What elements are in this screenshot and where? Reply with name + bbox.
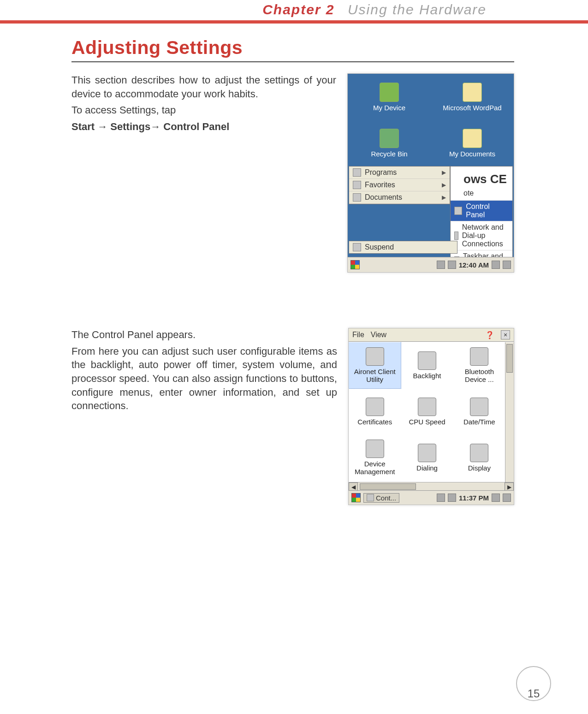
desktop-icon-my-device[interactable]: My Device xyxy=(348,74,431,120)
control-panel-grid: Aironet Client Utility Backlight Bluetoo… xyxy=(349,342,505,482)
scrollbar-track[interactable] xyxy=(358,482,505,491)
menu-file[interactable]: File xyxy=(352,331,364,339)
favorites-icon xyxy=(353,181,361,189)
chapter-title: Using the Hardware xyxy=(348,2,487,17)
system-tray: 11:37 PM xyxy=(437,494,511,502)
windows-ce-banner: ows CE xyxy=(451,167,512,189)
intro-p3: Start → Settings→ Control Panel xyxy=(71,120,336,134)
documents-icon xyxy=(353,193,361,202)
section-heading: Adjusting Settings xyxy=(71,37,514,59)
taskbar-button-control-panel[interactable]: Cont... xyxy=(363,493,399,503)
chevron-right-icon: ▶ xyxy=(442,169,446,176)
desktop-icon-wordpad[interactable]: Microsoft WordPad xyxy=(431,74,514,120)
page-number: 15 xyxy=(528,687,540,700)
certificates-icon xyxy=(366,398,384,416)
intro-p2: To access Settings, tap xyxy=(71,103,336,117)
start-button-icon[interactable] xyxy=(350,260,360,269)
windows-ce-sub: ote xyxy=(451,189,512,200)
start-menu-suspend[interactable]: Suspend xyxy=(349,241,457,254)
cp-item-aironet[interactable]: Aironet Client Utility xyxy=(349,342,401,388)
cp-item-cpu-speed[interactable]: CPU Speed xyxy=(401,388,453,434)
tray-icon[interactable] xyxy=(503,261,511,269)
tray-icon[interactable] xyxy=(492,494,500,502)
menu-label: Network and Dial-up Connections xyxy=(462,223,509,248)
body-text-2: The Control Panel appears. From here you… xyxy=(71,328,337,416)
menu-label: Suspend xyxy=(365,243,394,251)
cp-item-certificates[interactable]: Certificates xyxy=(349,388,401,434)
cp-item-label: Device Management xyxy=(349,460,401,476)
cp-item-label: Display xyxy=(468,464,491,472)
dialing-icon xyxy=(418,444,436,462)
submenu-control-panel[interactable]: Control Panel xyxy=(451,200,512,221)
tray-icon[interactable] xyxy=(503,494,511,502)
taskbar: Cont... 11:37 PM xyxy=(349,490,514,505)
taskbar: 12:40 AM xyxy=(348,257,514,272)
wordpad-icon xyxy=(463,83,482,102)
cp-item-display[interactable]: Display xyxy=(453,434,505,481)
cp-item-label: Dialing xyxy=(416,464,438,472)
tray-icon[interactable] xyxy=(448,494,456,502)
start-menu: Programs▶ Favorites▶ Documents▶ xyxy=(349,166,450,204)
programs-icon xyxy=(353,168,361,177)
taskbar-button-label: Cont... xyxy=(376,494,396,502)
cp-item-device-management[interactable]: Device Management xyxy=(349,434,401,481)
menu-label: Programs xyxy=(365,168,397,177)
vertical-scrollbar[interactable] xyxy=(505,342,514,482)
menu-view[interactable]: View xyxy=(371,331,386,339)
horizontal-scrollbar[interactable]: ◀ ▶ xyxy=(349,482,514,491)
header-rule xyxy=(0,20,588,24)
cp-item-label: CPU Speed xyxy=(409,418,445,426)
wifi-icon xyxy=(366,347,384,366)
cp-item-label: Backlight xyxy=(413,372,441,380)
menubar: File View ❓ × xyxy=(349,328,514,342)
tray-icon[interactable] xyxy=(492,261,500,269)
bluetooth-icon xyxy=(470,347,488,366)
desktop-icon-label: Microsoft WordPad xyxy=(443,104,501,112)
desktop-icon-label: My Documents xyxy=(449,150,495,158)
network-icon xyxy=(454,232,458,240)
desktop-icon-recycle-bin[interactable]: Recycle Bin xyxy=(348,120,431,166)
desktop-icon-my-documents[interactable]: My Documents xyxy=(431,120,514,166)
tray-icon[interactable] xyxy=(437,494,445,502)
cp-item-label: Date/Time xyxy=(463,418,495,426)
close-button[interactable]: × xyxy=(501,330,510,339)
page-header: Chapter 2 Using the Hardware xyxy=(0,0,588,20)
start-menu-favorites[interactable]: Favorites▶ xyxy=(349,179,450,191)
cp-item-dialing[interactable]: Dialing xyxy=(401,434,453,481)
cp-item-label: Aironet Client Utility xyxy=(349,368,401,383)
chevron-right-icon: ▶ xyxy=(442,182,446,188)
device-management-icon xyxy=(366,440,384,458)
device-icon xyxy=(380,83,399,102)
cp-item-bluetooth[interactable]: Bluetooth Device ... xyxy=(453,342,505,388)
tray-icon[interactable] xyxy=(437,261,445,269)
clock-icon xyxy=(470,398,488,416)
intro-text: This section describes how to adjust the… xyxy=(71,73,336,137)
tray-icon[interactable] xyxy=(448,261,456,269)
screenshot-start-menu: My Device Microsoft WordPad Recycle Bin … xyxy=(347,73,514,273)
screenshot-control-panel: File View ❓ × Aironet Client Utility Bac… xyxy=(348,328,514,505)
submenu-network[interactable]: Network and Dial-up Connections xyxy=(451,221,512,250)
body2-p1: The Control Panel appears. xyxy=(71,328,337,342)
start-button-icon[interactable] xyxy=(351,493,361,502)
scrollbar-thumb[interactable] xyxy=(506,344,513,373)
chapter-label: Chapter 2 xyxy=(262,2,334,17)
menu-label: Control Panel xyxy=(466,202,509,219)
desktop-icon-label: Recycle Bin xyxy=(371,150,407,158)
help-button[interactable]: ❓ xyxy=(485,331,494,339)
backlight-icon xyxy=(418,351,436,370)
taskbar-clock: 11:37 PM xyxy=(459,494,489,502)
scrollbar-thumb[interactable] xyxy=(360,483,416,490)
page-number-badge: 15 xyxy=(516,666,551,701)
start-menu-documents[interactable]: Documents▶ xyxy=(349,191,450,204)
menu-label: Documents xyxy=(365,193,402,202)
cp-item-date-time[interactable]: Date/Time xyxy=(453,388,505,434)
folder-icon xyxy=(463,129,482,148)
chevron-right-icon: ▶ xyxy=(442,194,446,201)
cp-item-label: Certificates xyxy=(357,418,392,426)
control-panel-icon xyxy=(367,494,374,501)
cp-item-backlight[interactable]: Backlight xyxy=(401,342,453,388)
taskbar-clock: 12:40 AM xyxy=(459,261,489,269)
cpu-icon xyxy=(418,398,436,416)
intro-p1: This section describes how to adjust the… xyxy=(71,73,336,101)
start-menu-programs[interactable]: Programs▶ xyxy=(349,167,450,179)
